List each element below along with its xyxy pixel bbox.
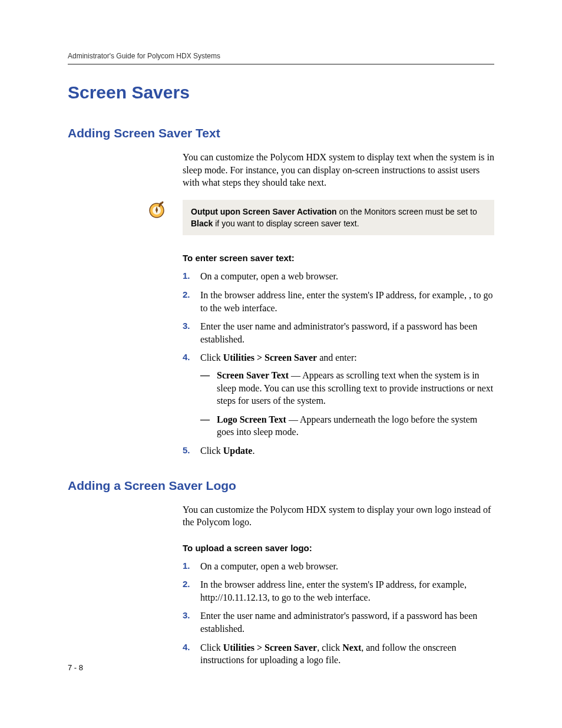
step-1-2a: In the browser address line, enter the s… — [200, 290, 469, 300]
heading-adding-screen-saver-text: Adding Screen Saver Text — [68, 126, 494, 140]
sub-1-2-b: Logo Screen Text — [217, 414, 286, 424]
step-2-4b: Utilities > Screen Saver — [223, 643, 317, 653]
sub-1-1-b: Screen Saver Text — [217, 370, 289, 380]
step-2-3: Enter the user name and administrator's … — [183, 610, 494, 635]
page-container: Administrator's Guide for Polycom HDX Sy… — [0, 0, 562, 728]
note-box: Output upon Screen Saver Activation on t… — [183, 200, 494, 236]
section1-procedure: To enter screen saver text: On a compute… — [183, 253, 494, 457]
step-1-5a: Click — [200, 446, 223, 456]
heading-adding-screen-saver-logo: Adding a Screen Saver Logo — [68, 479, 494, 493]
step-1-5: Click Update. — [183, 444, 494, 457]
section1-intro: You can customize the Polycom HDX system… — [183, 151, 494, 189]
section2-body: You can customize the Polycom HDX system… — [183, 503, 494, 667]
section1-body: You can customize the Polycom HDX system… — [183, 151, 494, 189]
page-number: 7 - 8 — [68, 663, 83, 672]
step-1-2: In the browser address line, enter the s… — [183, 289, 494, 314]
steps-list-1: On a computer, open a web browser. In th… — [183, 270, 494, 457]
header-rule — [68, 64, 494, 65]
procedure-title-2: To upload a screen saver logo: — [183, 543, 494, 553]
note-bold-1: Output upon Screen Saver Activation — [191, 207, 337, 216]
note-icon — [147, 200, 166, 219]
note-text-tail: if you want to display screen saver text… — [213, 219, 359, 228]
procedure-title-1: To enter screen saver text: — [183, 253, 494, 263]
note-text-mid: on the Monitors screen must be set to — [337, 207, 477, 216]
sub-list-1: Screen Saver Text — Appears as scrolling… — [200, 369, 494, 439]
section2-intro: You can customize the Polycom HDX system… — [183, 503, 494, 529]
step-2-2: In the browser address line, enter the s… — [183, 578, 494, 604]
sub-1-1: Screen Saver Text — Appears as scrolling… — [200, 369, 494, 407]
step-2-1: On a computer, open a web browser. — [183, 560, 494, 573]
steps-list-2: On a computer, open a web browser. In th… — [183, 560, 494, 667]
running-header: Administrator's Guide for Polycom HDX Sy… — [68, 52, 494, 60]
sub-1-2: Logo Screen Text — Appears underneath th… — [200, 413, 494, 439]
note-bold-2: Black — [191, 219, 213, 228]
step-1-5b: Update — [223, 446, 253, 456]
note-row: Output upon Screen Saver Activation on t… — [68, 200, 494, 236]
step-2-4: Click Utilities > Screen Saver, click Ne… — [183, 641, 494, 667]
step-1-3: Enter the user name and administrator's … — [183, 320, 494, 345]
step-1-4a: Click — [200, 353, 223, 363]
step-1-4c: and enter: — [317, 353, 357, 363]
svg-point-2 — [156, 209, 158, 211]
page-title: Screen Savers — [68, 83, 494, 103]
step-2-4a: Click — [200, 643, 223, 653]
step-2-4d: Next — [342, 643, 361, 653]
step-1-4b: Utilities > Screen Saver — [223, 353, 317, 363]
step-1-4: Click Utilities > Screen Saver and enter… — [183, 351, 494, 439]
step-1-1: On a computer, open a web browser. — [183, 270, 494, 283]
step-1-5c: . — [252, 446, 254, 456]
step-2-4c: , click — [317, 643, 342, 653]
